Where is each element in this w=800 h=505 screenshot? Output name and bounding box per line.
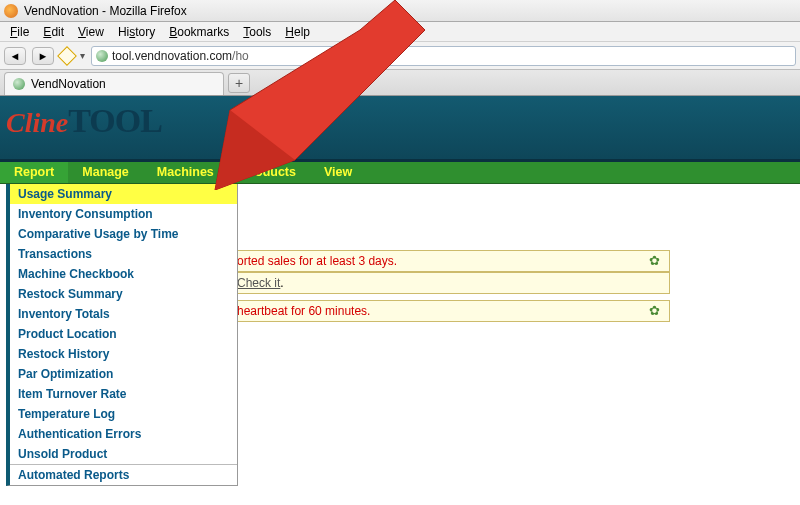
url-text: tool.vendnovation.com/ho xyxy=(112,49,249,63)
logo-part2: TOOL xyxy=(68,102,162,139)
menu-edit[interactable]: Edit xyxy=(37,23,70,41)
nav-manage[interactable]: Manage xyxy=(68,162,143,183)
gear-icon[interactable] xyxy=(649,254,663,268)
dropdown-inventory-totals[interactable]: Inventory Totals xyxy=(10,304,237,324)
gear-icon[interactable] xyxy=(649,304,663,318)
alert-text-heartbeat: heartbeat for 60 minutes. xyxy=(237,304,370,318)
tab-title: VendNovation xyxy=(31,77,106,91)
dropdown-caret-icon[interactable]: ▾ xyxy=(80,50,85,61)
menu-bookmarks[interactable]: Bookmarks xyxy=(163,23,235,41)
globe-icon xyxy=(96,50,108,62)
edit-icon[interactable] xyxy=(57,46,77,66)
alert-row-checkit: Check it. xyxy=(230,272,670,294)
browser-tab[interactable]: VendNovation xyxy=(4,72,224,95)
new-tab-button[interactable]: + xyxy=(228,73,250,93)
dropdown-automated-reports[interactable]: Automated Reports xyxy=(10,464,237,485)
content-area: Usage Summary Inventory Consumption Comp… xyxy=(0,184,800,504)
dropdown-par-optimization[interactable]: Par Optimization xyxy=(10,364,237,384)
back-button[interactable]: ◄ xyxy=(4,47,26,65)
dropdown-machine-checkbook[interactable]: Machine Checkbook xyxy=(10,264,237,284)
menu-view[interactable]: View xyxy=(72,23,110,41)
dropdown-product-location[interactable]: Product Location xyxy=(10,324,237,344)
main-nav: Report Manage Machines Products View xyxy=(0,162,800,184)
app-logo: ClineTOOL xyxy=(6,102,162,140)
dropdown-item-turnover[interactable]: Item Turnover Rate xyxy=(10,384,237,404)
address-bar[interactable]: tool.vendnovation.com/ho xyxy=(91,46,796,66)
logo-part1: Cline xyxy=(6,107,68,138)
browser-toolbar: ◄ ► ▾ tool.vendnovation.com/ho xyxy=(0,42,800,70)
browser-menubar: File Edit View History Bookmarks Tools H… xyxy=(0,22,800,42)
firefox-icon xyxy=(4,4,18,18)
dropdown-unsold-product[interactable]: Unsold Product xyxy=(10,444,237,464)
menu-file[interactable]: File xyxy=(4,23,35,41)
dropdown-usage-summary[interactable]: Usage Summary xyxy=(10,184,237,204)
dropdown-comparative-usage[interactable]: Comparative Usage by Time xyxy=(10,224,237,244)
dropdown-temperature-log[interactable]: Temperature Log xyxy=(10,404,237,424)
window-titlebar: VendNovation - Mozilla Firefox xyxy=(0,0,800,22)
alert-text-sales: orted sales for at least 3 days. xyxy=(237,254,397,268)
browser-tabbar: VendNovation + xyxy=(0,70,800,96)
dropdown-transactions[interactable]: Transactions xyxy=(10,244,237,264)
favicon-icon xyxy=(13,78,25,90)
dropdown-inventory-consumption[interactable]: Inventory Consumption xyxy=(10,204,237,224)
alert-row-sales: orted sales for at least 3 days. xyxy=(230,250,670,272)
menu-tools[interactable]: Tools xyxy=(237,23,277,41)
window-title: VendNovation - Mozilla Firefox xyxy=(24,4,187,18)
menu-help[interactable]: Help xyxy=(279,23,316,41)
forward-button[interactable]: ► xyxy=(32,47,54,65)
nav-report[interactable]: Report xyxy=(0,162,68,183)
nav-products[interactable]: Products xyxy=(228,162,310,183)
nav-machines[interactable]: Machines xyxy=(143,162,228,183)
dropdown-auth-errors[interactable]: Authentication Errors xyxy=(10,424,237,444)
dropdown-restock-summary[interactable]: Restock Summary xyxy=(10,284,237,304)
app-header: ClineTOOL xyxy=(0,96,800,162)
dropdown-restock-history[interactable]: Restock History xyxy=(10,344,237,364)
report-dropdown: Usage Summary Inventory Consumption Comp… xyxy=(6,184,238,486)
alert-row-heartbeat: heartbeat for 60 minutes. xyxy=(230,300,670,322)
alert-text-checkit: Check it. xyxy=(237,276,284,290)
nav-view[interactable]: View xyxy=(310,162,366,183)
menu-history[interactable]: History xyxy=(112,23,161,41)
check-it-link[interactable]: Check it xyxy=(237,276,280,290)
